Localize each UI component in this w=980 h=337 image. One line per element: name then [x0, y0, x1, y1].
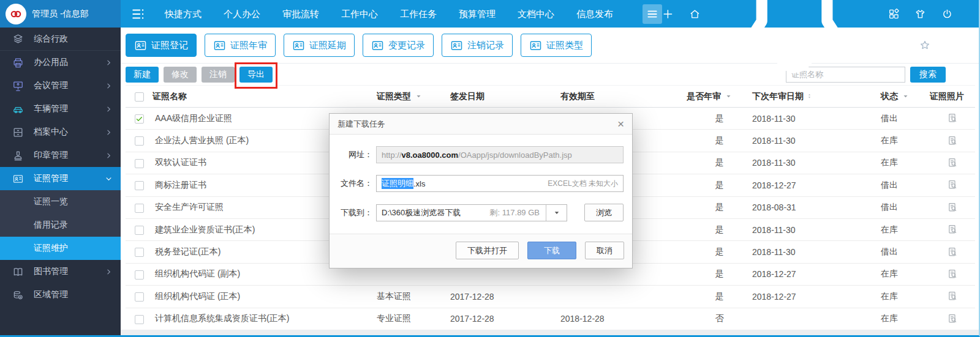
sidebar-item[interactable]: 综合行政: [0, 28, 121, 51]
nav-item[interactable]: 快捷方式: [154, 0, 213, 28]
cell-next-review-date: 2018-11-30: [752, 152, 881, 174]
nav-item[interactable]: 个人办公: [213, 0, 271, 28]
url-label: 网址：: [334, 149, 372, 160]
doc-view-icon[interactable]: [947, 291, 959, 302]
caret-down-icon[interactable]: [725, 93, 732, 100]
doc-view-icon[interactable]: [947, 202, 959, 213]
doc-view-icon[interactable]: [947, 135, 959, 147]
car-icon: [12, 103, 24, 115]
row-checkbox[interactable]: [135, 270, 144, 280]
layers-icon: [12, 33, 24, 45]
dialog-footer: 下载并打开 下载 取消: [330, 234, 632, 268]
path-dropdown-button[interactable]: [546, 205, 567, 221]
chevron-right-icon: [105, 129, 112, 136]
nav-item[interactable]: 预算管理: [448, 0, 507, 28]
select-all-checkbox[interactable]: [135, 92, 144, 102]
tab-label: 证照年审: [230, 40, 267, 51]
nav-item[interactable]: 信息发布: [565, 0, 624, 28]
doc-view-icon[interactable]: [947, 313, 959, 325]
archive-icon: [12, 127, 24, 138]
shirt-icon[interactable]: [914, 7, 926, 21]
row-checkbox[interactable]: [135, 114, 144, 124]
row-checkbox[interactable]: [135, 315, 144, 324]
more-menu-button[interactable]: [643, 4, 662, 24]
row-checkbox[interactable]: [135, 159, 144, 168]
row-checkbox[interactable]: [135, 248, 144, 257]
row-checkbox[interactable]: [135, 226, 144, 235]
toggle-icon[interactable]: [130, 6, 146, 22]
filename-field[interactable]: 证照明细.xlsEXCEL文档 未知大小: [376, 175, 624, 192]
tab-label: 证照类型: [546, 40, 583, 51]
cell-status: 在库: [881, 218, 930, 240]
tab[interactable]: 变更记录: [363, 34, 434, 57]
sort-icon[interactable]: [807, 92, 812, 100]
sidebar-item[interactable]: 印章管理: [0, 144, 121, 167]
cancel-button[interactable]: 取消: [585, 242, 624, 259]
sidebar-item[interactable]: 图书管理: [0, 260, 121, 283]
menu-icon: [646, 8, 658, 20]
doc-view-icon[interactable]: [947, 246, 959, 258]
bell-icon: [716, 0, 873, 92]
sidebar-item[interactable]: 证照管理: [0, 167, 121, 190]
plus-icon[interactable]: [662, 7, 674, 21]
row-checkbox[interactable]: [135, 204, 144, 213]
nav-item[interactable]: 工作中心: [330, 0, 389, 28]
dialog-titlebar[interactable]: 新建下载任务 ×: [330, 114, 632, 135]
row-checkbox[interactable]: [135, 136, 144, 146]
cell-name: 组织机构代码证 (正本): [153, 286, 377, 308]
void-button[interactable]: 注销: [202, 67, 235, 83]
sidebar-item[interactable]: 区域管理: [0, 283, 121, 306]
nav-item[interactable]: 审批流转: [271, 0, 330, 28]
sidebar-item[interactable]: 会议管理: [0, 74, 121, 97]
tab[interactable]: 证照登记: [126, 34, 197, 57]
sidebar-item[interactable]: 档案中心: [0, 120, 121, 144]
doc-view-icon[interactable]: [947, 179, 959, 191]
cell-annual-review: 否: [687, 308, 752, 330]
row-checkbox[interactable]: [135, 292, 144, 302]
doc-view-icon[interactable]: [947, 157, 959, 169]
export-button[interactable]: 导出: [239, 67, 273, 83]
grid-icon[interactable]: [888, 7, 900, 21]
cell-issue-date: 2017-12-28: [450, 308, 560, 330]
caret-down-icon[interactable]: [902, 93, 909, 100]
download-button[interactable]: 下载: [527, 242, 576, 259]
sidebar-item-label: 借用记录: [34, 220, 68, 231]
tab[interactable]: 证照年审: [205, 34, 276, 57]
cell-name: 计算机信息系统集成资质证书(正本): [153, 308, 377, 330]
caret-down-icon[interactable]: [415, 93, 422, 100]
sidebar-item[interactable]: 办公用品: [0, 51, 121, 74]
sidebar-item[interactable]: 借用记录: [0, 213, 121, 237]
new-button[interactable]: 新建: [126, 67, 159, 83]
browse-button[interactable]: 浏览: [584, 204, 624, 221]
region-icon: [12, 289, 24, 301]
doc-view-icon[interactable]: [947, 224, 959, 235]
notifications-button[interactable]: 71: [716, 0, 873, 92]
sidebar-item[interactable]: 车辆管理: [0, 97, 121, 120]
sidebar-item[interactable]: 证照维护: [0, 237, 121, 260]
doc-view-icon[interactable]: [947, 268, 959, 280]
cell-annual-review: 是: [687, 130, 752, 152]
tab[interactable]: 注销记录: [442, 34, 513, 57]
printer-icon: [12, 57, 24, 69]
tab[interactable]: 证照类型: [521, 34, 592, 57]
table-row[interactable]: 计算机信息系统集成资质证书(正本) 专业证照 2017-12-28 2018-1…: [126, 308, 975, 330]
power-icon[interactable]: [941, 7, 953, 21]
nav-item[interactable]: 工作任务: [389, 0, 448, 28]
idcard-icon: [134, 39, 147, 52]
sidebar-item[interactable]: 证照一览: [0, 190, 121, 213]
cell-status: 在库: [881, 286, 930, 308]
idcard-icon: [529, 39, 542, 52]
close-icon[interactable]: ×: [617, 118, 624, 130]
tab[interactable]: 证照延期: [284, 34, 355, 57]
doc-view-icon[interactable]: [947, 113, 959, 124]
selected-text: 证照明细: [382, 178, 413, 189]
edit-button[interactable]: 修改: [164, 67, 197, 83]
topbar-actions: 71: [662, 0, 953, 92]
table-row[interactable]: 组织机构代码证 (正本) 基本证照 2017-12-28 是 2018-12-2…: [126, 286, 975, 308]
row-checkbox[interactable]: [135, 181, 144, 190]
save-path-field[interactable]: D:\360极速浏览器下载 剩: 117.89 GB: [376, 204, 567, 221]
download-open-button[interactable]: 下载并打开: [456, 242, 519, 259]
home-icon[interactable]: [689, 7, 701, 21]
horizontal-scrollbar[interactable]: [121, 330, 979, 335]
nav-item[interactable]: 文档中心: [507, 0, 565, 28]
